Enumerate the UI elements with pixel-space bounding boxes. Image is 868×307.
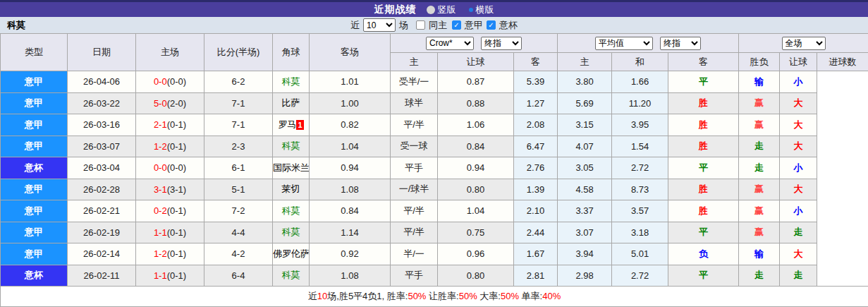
halftime-score: (0-1): [167, 141, 186, 152]
team-name[interactable]: 国际米兰: [273, 162, 310, 173]
team-name[interactable]: 罗马: [278, 119, 296, 130]
fulltime-score: 3-1: [154, 184, 167, 195]
col-header-type: 类型: [1, 34, 68, 71]
scope-select[interactable]: 全场: [782, 37, 826, 50]
halftime-score: (0-1): [167, 248, 186, 259]
cell-result: 赢: [739, 92, 780, 114]
sub-header-odds-away: 客: [514, 53, 558, 71]
team-name[interactable]: 科莫: [282, 140, 300, 151]
cell-average-odds: 4.58: [558, 179, 612, 200]
cell-score: 1-2(0-1): [136, 136, 204, 157]
team-name[interactable]: 科莫: [282, 270, 300, 280]
cell-average-odds: 3.95: [612, 114, 668, 136]
cell-result: 走: [739, 136, 780, 157]
cell-away-team[interactable]: 科莫: [273, 136, 310, 157]
summary-row: 近10场,胜5平4负1, 胜率:50% 让胜率:50% 大率:50% 单率:40…: [1, 287, 868, 307]
radio-horizontal-label[interactable]: 横版: [476, 4, 494, 16]
cell-corner: 6-2: [204, 71, 273, 93]
sub-header-avg-away: 客: [668, 53, 739, 71]
cell-average-odds: 2.44: [514, 222, 558, 243]
cell-result: 胜: [668, 200, 739, 222]
team-name[interactable]: 佛罗伦萨: [273, 248, 310, 259]
cell-average-odds: 1.54: [612, 136, 668, 157]
halftime-score: (0-1): [167, 119, 186, 130]
cell-handicap-odds: 平/半: [391, 200, 438, 222]
cell-away-team[interactable]: 佛罗伦萨: [273, 243, 310, 265]
cell-result: 小: [780, 71, 817, 93]
unit-label: 场: [399, 19, 408, 32]
cell-away-team[interactable]: 国际米兰: [273, 157, 310, 179]
cell-result: 输: [739, 71, 780, 93]
table-row: 意甲26-04-060-0(0-0)6-2科莫1.01受半/一0.875.393…: [1, 71, 868, 93]
cell-score: 1-1(0-1): [136, 222, 204, 243]
cell-handicap-odds: 0.94: [438, 157, 514, 179]
bookmaker-select[interactable]: Crow*: [426, 37, 474, 50]
cell-average-odds: 8.73: [612, 179, 668, 200]
cell-score: 2-1(0-1): [136, 114, 204, 136]
cell-competition: 意杯: [1, 265, 68, 287]
cell-result: 负: [668, 243, 739, 265]
final-index-select-2[interactable]: 终指: [660, 37, 701, 50]
cell-corner: 7-2: [204, 200, 273, 222]
average-select[interactable]: 平均值: [595, 37, 653, 50]
cell-handicap-odds: 0.80: [438, 179, 514, 200]
cell-corner: 4-4: [204, 222, 273, 243]
radio-vertical-label[interactable]: 竖版: [438, 4, 456, 16]
cell-result: 平: [668, 265, 739, 287]
cell-away-team[interactable]: 科莫: [273, 265, 310, 287]
cell-away-team[interactable]: 比萨: [273, 92, 310, 114]
coppa-italia-checkbox[interactable]: [487, 20, 496, 30]
cell-average-odds: 2.81: [514, 265, 558, 287]
final-index-select-1[interactable]: 终指: [481, 37, 522, 50]
match-count-select[interactable]: 10: [363, 18, 396, 32]
cell-competition: 意甲: [1, 200, 68, 222]
same-home-checkbox[interactable]: [416, 20, 425, 30]
team-name[interactable]: 科莫: [282, 205, 300, 216]
summary-segment: 50%: [408, 291, 426, 301]
team-name[interactable]: 莱切: [282, 183, 300, 194]
same-home-label[interactable]: 同主: [429, 19, 447, 32]
cell-away-team[interactable]: 科莫: [273, 71, 310, 93]
cell-away-team[interactable]: 科莫: [273, 222, 310, 243]
cell-average-odds: 1.67: [514, 243, 558, 265]
cell-away-team[interactable]: 科莫: [273, 200, 310, 222]
radio-vertical-layout[interactable]: 竖版: [427, 4, 456, 16]
sub-header-odds-home: 主: [391, 53, 438, 71]
table-row: 意甲26-03-225-0(2-0)7-1比萨1.00球半0.881.275.6…: [1, 92, 868, 114]
table-row: 意甲26-03-071-2(0-1)2-3科莫1.04受一球0.846.474.…: [1, 136, 868, 157]
team-name[interactable]: 科莫: [282, 76, 300, 87]
cell-average-odds: 5.39: [514, 71, 558, 93]
europe-odds-header: 平均值 终指: [558, 34, 739, 53]
cell-date: 26-02-21: [68, 200, 136, 222]
cell-corner: 5-1: [204, 179, 273, 200]
cell-average-odds: 3.37: [558, 200, 612, 222]
cell-handicap-odds: 0.94: [310, 157, 391, 179]
radio-unselected-icon[interactable]: [427, 6, 435, 14]
cell-result: 胜: [668, 179, 739, 200]
cell-away-team[interactable]: 莱切: [273, 179, 310, 200]
cell-result: 平: [668, 222, 739, 243]
team-name[interactable]: 比萨: [282, 97, 300, 108]
cell-average-odds: 1.39: [514, 179, 558, 200]
serie-a-checkbox[interactable]: [452, 20, 461, 30]
serie-a-label[interactable]: 意甲: [465, 19, 483, 32]
cell-date: 26-03-22: [68, 92, 136, 114]
results-table: 类型 日期 主场 比分(半场) 角球 客场 Crow* 终指: [0, 33, 868, 307]
radio-horizontal-layout[interactable]: 横版: [469, 4, 494, 16]
cell-average-odds: 2.10: [514, 200, 558, 222]
cell-corner: 6-4: [204, 265, 273, 287]
team-name-heading: 科莫: [7, 19, 25, 32]
cell-average-odds: 2.98: [558, 265, 612, 287]
cell-score: 0-0(0-0): [136, 157, 204, 179]
sub-header-avg-home: 主: [558, 53, 612, 71]
radio-selected-icon[interactable]: [469, 8, 473, 12]
sub-header-odds-handicap: 让球: [438, 53, 514, 71]
coppa-italia-label[interactable]: 意杯: [499, 19, 518, 32]
cell-average-odds: 11.20: [612, 92, 668, 114]
col-header-score: 比分(半场): [204, 34, 273, 71]
cell-handicap-odds: 平/半: [391, 222, 438, 243]
cell-away-team[interactable]: 罗马1: [273, 114, 310, 136]
red-card-badge: 1: [296, 120, 303, 130]
team-name[interactable]: 科莫: [282, 227, 300, 237]
handicap-odds-header: Crow* 终指: [391, 34, 558, 53]
